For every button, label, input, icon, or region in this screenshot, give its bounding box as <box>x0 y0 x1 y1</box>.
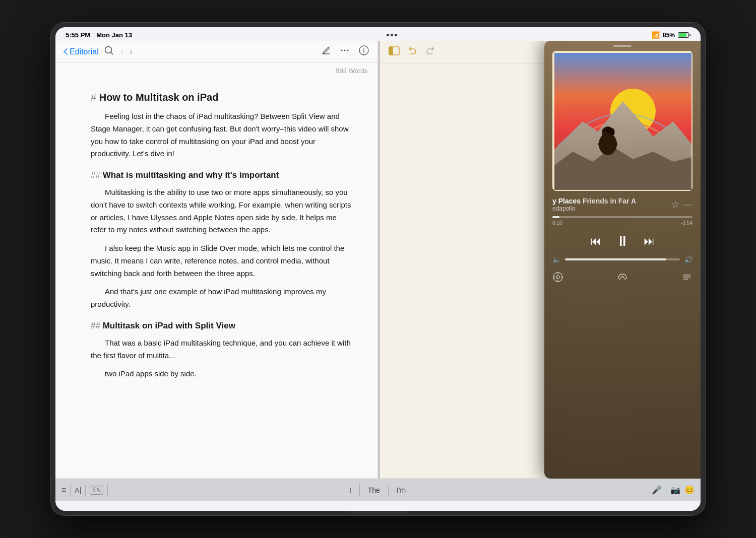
main-area: Editorial ‹ › <box>55 41 701 479</box>
undo-button[interactable] <box>406 45 418 59</box>
suggestion-3[interactable]: I'm <box>393 486 410 494</box>
emoji-icon[interactable]: 😊 <box>684 485 695 495</box>
article-title: # How to Multitask on iPad <box>91 92 352 103</box>
time-display: 5:55 PM <box>66 31 90 39</box>
suggestion-1[interactable]: I <box>345 486 355 494</box>
time-remaining: -3:54 <box>681 220 692 226</box>
svg-rect-6 <box>389 47 393 55</box>
time-elapsed: 0:10 <box>552 220 562 226</box>
more-icon[interactable] <box>339 45 350 58</box>
status-bar-center <box>387 34 397 36</box>
separator-2 <box>85 485 86 496</box>
airplay-icon[interactable] <box>617 272 628 285</box>
music-app: EDAPOLLO Endless Cascades y Places Frien… <box>544 41 701 479</box>
dot-3 <box>395 34 397 36</box>
music-drag-handle[interactable] <box>544 41 701 51</box>
track-artist: edapollo <box>552 205 671 212</box>
separator-6 <box>414 485 414 496</box>
separator-3 <box>107 485 108 496</box>
three-dots-menu[interactable] <box>387 34 397 36</box>
svg-point-3 <box>347 50 349 51</box>
dot-2 <box>391 34 393 36</box>
list-icon[interactable]: ≡ <box>61 486 66 495</box>
paragraph-4: And that's just one example of how iPad … <box>91 286 352 311</box>
wifi-icon: 📶 <box>652 31 660 39</box>
progress-area: 0:10 -3:54 <box>544 216 701 229</box>
volume-high-icon: 🔊 <box>684 255 692 263</box>
lyrics-icon[interactable] <box>552 272 563 285</box>
info-icon[interactable] <box>358 45 369 58</box>
rewind-button[interactable]: ⏮ <box>590 235 601 248</box>
suggestion-2[interactable]: The <box>364 486 384 494</box>
track-title: y Places Friends in Far A <box>552 197 671 205</box>
keyboard-bar: ≡ A| EN I The I'm 🎤 📷 😊 <box>55 479 701 501</box>
language-icon[interactable]: EN <box>90 486 103 495</box>
home-indicator-area <box>55 501 701 511</box>
album-art: EDAPOLLO Endless Cascades <box>552 51 692 191</box>
star-button[interactable]: ☆ <box>671 199 679 210</box>
left-panel: Editorial ‹ › <box>55 41 378 479</box>
nav-next-button[interactable]: › <box>128 46 134 57</box>
h1-text: How to Multitask on iPad <box>99 92 219 103</box>
paragraph-5-continued: two iPad apps side by side. <box>91 368 352 380</box>
back-button[interactable]: Editorial <box>64 47 99 56</box>
compose-icon[interactable] <box>321 45 331 58</box>
camera-icon[interactable]: 📷 <box>670 485 680 495</box>
track-info: y Places Friends in Far A edapollo ☆ ⋯ <box>544 197 701 216</box>
volume-fill <box>565 258 666 260</box>
volume-low-icon: 🔈 <box>552 255 561 263</box>
svg-text:EDAPOLLO: EDAPOLLO <box>559 182 581 187</box>
toolbar-nav: ‹ › <box>119 46 135 57</box>
back-label: Editorial <box>70 47 99 56</box>
fast-forward-button[interactable]: ⏭ <box>644 235 655 248</box>
nav-prev-button[interactable]: ‹ <box>119 46 125 57</box>
left-toolbar: Editorial ‹ › <box>55 41 377 63</box>
paragraph-2: Multitasking is the ability to use two o… <box>91 186 352 236</box>
section-heading-1: ## What is multitasking and why it's imp… <box>91 170 352 180</box>
battery-percent: 85% <box>663 32 675 39</box>
redo-button[interactable] <box>424 45 436 59</box>
status-bar: 5:55 PM Mon Jan 13 📶 85% <box>55 27 701 41</box>
pause-button[interactable]: ⏸ <box>615 233 629 249</box>
separator-7 <box>666 485 666 496</box>
h1-prefix: # <box>91 92 99 103</box>
text-cursor-icon[interactable]: A| <box>75 486 81 494</box>
svg-point-16 <box>556 276 559 279</box>
microphone-icon[interactable]: 🎤 <box>652 485 662 495</box>
status-bar-left: 5:55 PM Mon Jan 13 <box>66 31 132 39</box>
track-more-button[interactable]: ⋯ <box>683 199 692 210</box>
battery-icon <box>678 32 690 38</box>
volume-track[interactable] <box>565 258 680 260</box>
paragraph-1: Feeling lost in the chaos of iPad multit… <box>91 110 352 160</box>
status-bar-right: 📶 85% <box>652 31 690 39</box>
music-bottom-icons <box>544 270 701 291</box>
editor-content[interactable]: # How to Multitask on iPad Feeling lost … <box>55 77 377 479</box>
progress-track[interactable] <box>552 216 692 218</box>
separator-5 <box>388 485 389 496</box>
sidebar-toggle-button[interactable] <box>388 45 400 59</box>
progress-times: 0:10 -3:54 <box>552 220 692 226</box>
ipad-frame: 5:55 PM Mon Jan 13 📶 85% <box>50 22 706 516</box>
volume-area: 🔈 🔊 <box>544 255 701 270</box>
separator-1 <box>70 485 71 496</box>
section-heading-2: ## Multitask on iPad with Split View <box>91 321 352 331</box>
track-title-area: y Places Friends in Far A edapollo <box>552 197 671 212</box>
h2-1-text: What is multitasking and why it's import… <box>103 170 279 180</box>
svg-point-2 <box>344 50 346 51</box>
svg-text:Endless Cascades: Endless Cascades <box>646 182 679 187</box>
h2-2-text: Multitask on iPad with Split View <box>103 321 235 330</box>
progress-fill <box>552 216 559 218</box>
separator-4 <box>359 485 360 496</box>
ipad-screen: 5:55 PM Mon Jan 13 📶 85% <box>55 27 701 511</box>
word-count: 992 Words <box>55 63 377 77</box>
h2-2-prefix: ## <box>91 321 103 330</box>
paragraph-3: I also keep the Music app in Slide Over … <box>91 242 352 280</box>
toolbar-right <box>321 45 369 58</box>
right-panel: Aa <box>380 41 701 479</box>
track-actions: ☆ ⋯ <box>671 199 692 210</box>
svg-point-1 <box>341 50 343 51</box>
date-display: Mon Jan 13 <box>96 31 132 39</box>
search-button[interactable] <box>104 45 114 58</box>
queue-icon[interactable] <box>681 272 692 285</box>
paragraph-5: That was a basic iPad multitasking techn… <box>91 337 352 362</box>
